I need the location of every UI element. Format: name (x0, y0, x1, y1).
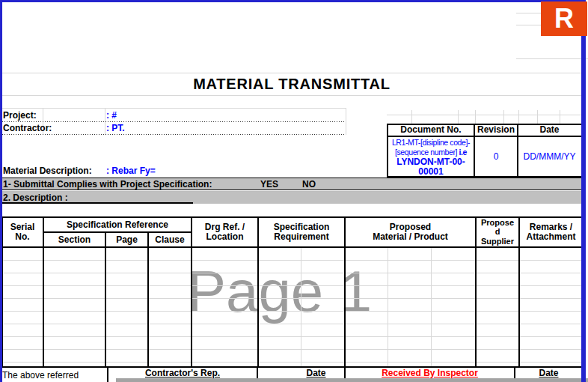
section-header: Section (44, 233, 105, 246)
doc-no-header: Document No. (388, 124, 474, 136)
received-by-inspector-label: Received By Inspector (346, 368, 514, 378)
date-signature-label-2: Date (515, 368, 582, 378)
date-header: Date (518, 124, 581, 136)
revision-header: Revision (475, 124, 517, 136)
material-description-value-cell[interactable]: : Rebar Fy= (106, 166, 156, 176)
revision-value-cell[interactable]: 0 (475, 137, 517, 176)
doc-no-line1: LR1-MT-[disipline code]- (388, 138, 474, 148)
gridline (516, 58, 588, 59)
gridline (458, 110, 459, 124)
gridline (346, 108, 346, 135)
contractor-rep-label: Contractor's Rep. (108, 368, 257, 378)
table-body-area[interactable] (3, 248, 581, 366)
doc-no-value-cell[interactable]: LR1-MT-[disipline code]- [sequence numbe… (388, 138, 474, 177)
gridline (475, 110, 476, 124)
description-label: 2. Description : (3, 192, 68, 203)
company-logo: R (541, 1, 587, 36)
date-value-cell[interactable]: DD/MMM/YY (518, 137, 581, 176)
spec-requirement-header: SpecificationRequirement (259, 218, 344, 246)
serial-no-header: SerialNo. (2, 218, 43, 246)
project-label: Project: (3, 110, 37, 121)
doc-no-line4: 00001 (388, 167, 474, 177)
no-option[interactable]: NO (302, 179, 316, 190)
project-value-cell[interactable]: : # (106, 110, 117, 121)
yes-option[interactable]: YES (260, 179, 278, 190)
material-description-label: Material Description: (3, 166, 92, 176)
contractor-value-cell[interactable]: : PT. (106, 123, 125, 133)
gridline (411, 110, 412, 124)
gridline (516, 13, 542, 13)
gridline (518, 110, 519, 124)
submittal-complies-label: 1- Submittal Complies with Project Speci… (3, 179, 212, 190)
contractor-label: Contractor: (3, 123, 52, 133)
gridline (2, 95, 581, 96)
gridline (2, 108, 346, 109)
clause-header: Clause (149, 233, 191, 246)
project-underline (2, 121, 345, 122)
proposed-supplier-header: ProposedSupplier (477, 217, 518, 246)
gridline (2, 73, 581, 73)
remarks-attachment-header: Remarks /Attachment (520, 218, 582, 246)
gridline (537, 110, 538, 124)
page-shadow (116, 378, 588, 382)
logo-r-letter: R (554, 5, 574, 32)
gridline (387, 115, 582, 115)
gridline (516, 25, 542, 25)
contractor-underline (2, 133, 345, 135)
gridline (503, 110, 504, 124)
gridline (560, 110, 560, 124)
proposed-material-header: ProposedMaterial / Product (346, 218, 475, 246)
footer-note: The above referred (2, 370, 79, 381)
material-transmittal-sheet: Page 1 MATERIAL TRANSMITTAL Project: : #… (0, 0, 588, 382)
date-signature-label-1: Date (288, 368, 344, 378)
page-header: Page (106, 233, 147, 246)
spec-reference-header: Specification Reference (44, 218, 191, 231)
drg-ref-location-header: Drg Ref. /Location (192, 218, 257, 246)
page-break-border-top (0, 0, 586, 2)
page-break-border-left (0, 0, 2, 382)
page-break-border-right (581, 0, 586, 382)
page-title: MATERIAL TRANSMITTAL (2, 74, 581, 94)
